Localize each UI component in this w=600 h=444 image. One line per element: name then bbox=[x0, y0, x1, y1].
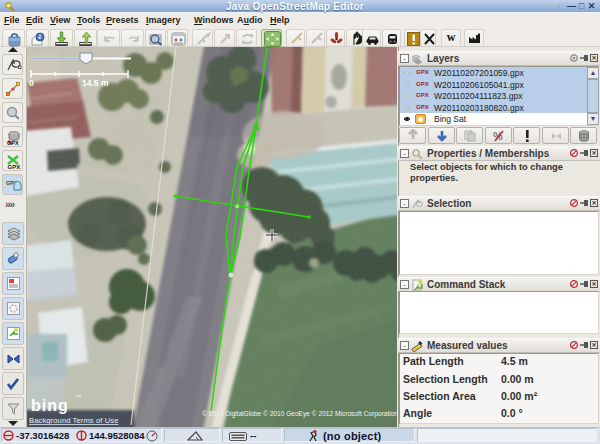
svg-text:0: 0 bbox=[29, 78, 34, 88]
svg-text:© 2010 DigitalGlobe © 2010 Geo: © 2010 DigitalGlobe © 2010 GeoEye © 2012… bbox=[202, 410, 397, 418]
svg-text:Background Terms of Use: Background Terms of Use bbox=[29, 416, 119, 425]
svg-text:™: ™ bbox=[75, 394, 81, 400]
svg-text:bing: bing bbox=[31, 397, 69, 414]
svg-text:14.5 m: 14.5 m bbox=[82, 78, 109, 88]
svg-text:GPX: GPX bbox=[7, 140, 19, 146]
svg-text:GPX: GPX bbox=[8, 164, 21, 170]
